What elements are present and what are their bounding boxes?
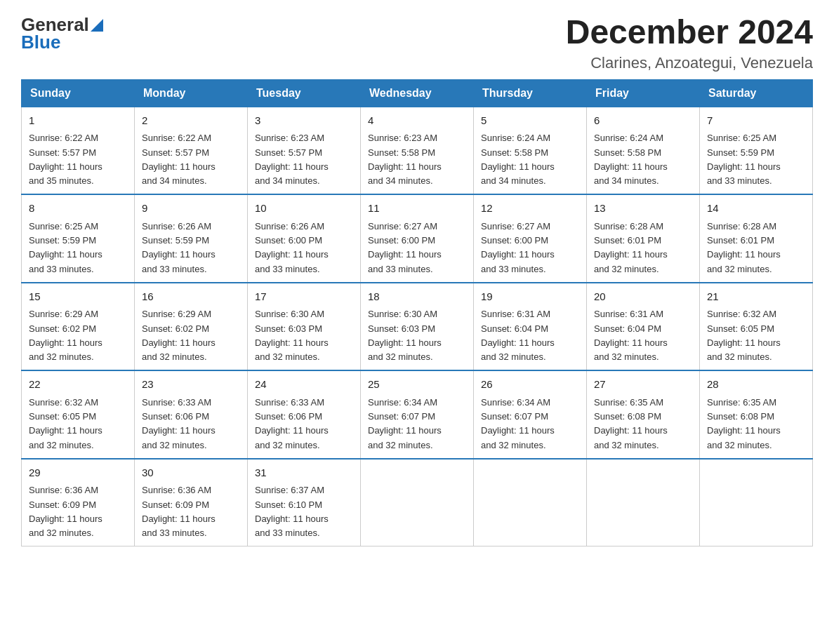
day-info: Sunrise: 6:24 AM Sunset: 5:58 PM Dayligh… xyxy=(481,133,555,186)
day-info: Sunrise: 6:22 AM Sunset: 5:57 PM Dayligh… xyxy=(29,133,102,186)
day-info: Sunrise: 6:29 AM Sunset: 6:02 PM Dayligh… xyxy=(29,309,102,362)
calendar-cell: 12 Sunrise: 6:27 AM Sunset: 6:00 PM Dayl… xyxy=(474,194,587,283)
day-info: Sunrise: 6:30 AM Sunset: 6:03 PM Dayligh… xyxy=(255,309,329,362)
day-info: Sunrise: 6:31 AM Sunset: 6:04 PM Dayligh… xyxy=(594,309,668,362)
calendar-cell: 2 Sunrise: 6:22 AM Sunset: 5:57 PM Dayli… xyxy=(135,107,248,194)
day-info: Sunrise: 6:30 AM Sunset: 6:03 PM Dayligh… xyxy=(368,309,442,362)
day-number: 23 xyxy=(142,377,240,393)
day-number: 18 xyxy=(368,289,466,305)
day-number: 8 xyxy=(29,201,127,217)
calendar-cell: 6 Sunrise: 6:24 AM Sunset: 5:58 PM Dayli… xyxy=(587,107,700,194)
calendar-cell: 4 Sunrise: 6:23 AM Sunset: 5:58 PM Dayli… xyxy=(361,107,474,194)
calendar-week-3: 15 Sunrise: 6:29 AM Sunset: 6:02 PM Dayl… xyxy=(22,283,813,371)
day-info: Sunrise: 6:24 AM Sunset: 5:58 PM Dayligh… xyxy=(594,133,668,186)
day-number: 17 xyxy=(255,289,353,305)
month-title: December 2024 xyxy=(566,14,813,51)
day-info: Sunrise: 6:35 AM Sunset: 6:08 PM Dayligh… xyxy=(707,397,781,450)
col-tuesday: Tuesday xyxy=(248,79,361,107)
location-label: Clarines, Anzoategui, Venezuela xyxy=(566,54,813,72)
day-number: 22 xyxy=(29,377,127,393)
logo-triangle-icon xyxy=(91,19,103,32)
day-number: 21 xyxy=(707,289,805,305)
day-info: Sunrise: 6:28 AM Sunset: 6:01 PM Dayligh… xyxy=(594,221,668,274)
calendar-header: Sunday Monday Tuesday Wednesday Thursday… xyxy=(22,79,813,107)
day-number: 11 xyxy=(368,201,466,217)
day-number: 13 xyxy=(594,201,692,217)
day-info: Sunrise: 6:23 AM Sunset: 5:57 PM Dayligh… xyxy=(255,133,329,186)
calendar-week-5: 29 Sunrise: 6:36 AM Sunset: 6:09 PM Dayl… xyxy=(22,459,813,546)
calendar-cell: 17 Sunrise: 6:30 AM Sunset: 6:03 PM Dayl… xyxy=(248,283,361,371)
header-row: Sunday Monday Tuesday Wednesday Thursday… xyxy=(22,79,813,107)
day-info: Sunrise: 6:26 AM Sunset: 5:59 PM Dayligh… xyxy=(142,221,216,274)
calendar-cell: 7 Sunrise: 6:25 AM Sunset: 5:59 PM Dayli… xyxy=(700,107,813,194)
col-friday: Friday xyxy=(587,79,700,107)
day-info: Sunrise: 6:34 AM Sunset: 6:07 PM Dayligh… xyxy=(368,397,442,450)
day-info: Sunrise: 6:32 AM Sunset: 6:05 PM Dayligh… xyxy=(29,397,102,450)
calendar-table: Sunday Monday Tuesday Wednesday Thursday… xyxy=(21,79,813,547)
calendar-cell xyxy=(361,459,474,546)
calendar-body: 1 Sunrise: 6:22 AM Sunset: 5:57 PM Dayli… xyxy=(22,107,813,546)
svg-marker-0 xyxy=(91,19,103,32)
calendar-cell: 24 Sunrise: 6:33 AM Sunset: 6:06 PM Dayl… xyxy=(248,370,361,459)
col-sunday: Sunday xyxy=(22,79,135,107)
calendar-cell: 23 Sunrise: 6:33 AM Sunset: 6:06 PM Dayl… xyxy=(135,370,248,459)
calendar-cell: 19 Sunrise: 6:31 AM Sunset: 6:04 PM Dayl… xyxy=(474,283,587,371)
calendar-cell: 25 Sunrise: 6:34 AM Sunset: 6:07 PM Dayl… xyxy=(361,370,474,459)
calendar-cell: 29 Sunrise: 6:36 AM Sunset: 6:09 PM Dayl… xyxy=(22,459,135,546)
day-number: 30 xyxy=(142,465,240,481)
calendar-cell: 9 Sunrise: 6:26 AM Sunset: 5:59 PM Dayli… xyxy=(135,194,248,283)
day-number: 1 xyxy=(29,113,127,129)
col-monday: Monday xyxy=(135,79,248,107)
day-number: 6 xyxy=(594,113,692,129)
day-number: 12 xyxy=(481,201,579,217)
calendar-cell: 13 Sunrise: 6:28 AM Sunset: 6:01 PM Dayl… xyxy=(587,194,700,283)
day-info: Sunrise: 6:31 AM Sunset: 6:04 PM Dayligh… xyxy=(481,309,555,362)
day-number: 16 xyxy=(142,289,240,305)
calendar-cell: 21 Sunrise: 6:32 AM Sunset: 6:05 PM Dayl… xyxy=(700,283,813,371)
calendar-cell: 28 Sunrise: 6:35 AM Sunset: 6:08 PM Dayl… xyxy=(700,370,813,459)
title-section: December 2024 Clarines, Anzoategui, Vene… xyxy=(566,14,813,72)
day-number: 4 xyxy=(368,113,466,129)
calendar-cell: 26 Sunrise: 6:34 AM Sunset: 6:07 PM Dayl… xyxy=(474,370,587,459)
calendar-week-2: 8 Sunrise: 6:25 AM Sunset: 5:59 PM Dayli… xyxy=(22,194,813,283)
logo-blue-text: Blue xyxy=(21,32,60,53)
calendar-cell: 20 Sunrise: 6:31 AM Sunset: 6:04 PM Dayl… xyxy=(587,283,700,371)
calendar-cell xyxy=(587,459,700,546)
calendar-week-1: 1 Sunrise: 6:22 AM Sunset: 5:57 PM Dayli… xyxy=(22,107,813,194)
day-number: 9 xyxy=(142,201,240,217)
calendar-cell: 5 Sunrise: 6:24 AM Sunset: 5:58 PM Dayli… xyxy=(474,107,587,194)
day-info: Sunrise: 6:25 AM Sunset: 5:59 PM Dayligh… xyxy=(707,133,781,186)
day-info: Sunrise: 6:22 AM Sunset: 5:57 PM Dayligh… xyxy=(142,133,216,186)
day-info: Sunrise: 6:37 AM Sunset: 6:10 PM Dayligh… xyxy=(255,485,329,538)
calendar-cell: 3 Sunrise: 6:23 AM Sunset: 5:57 PM Dayli… xyxy=(248,107,361,194)
calendar-cell xyxy=(474,459,587,546)
day-info: Sunrise: 6:35 AM Sunset: 6:08 PM Dayligh… xyxy=(594,397,668,450)
day-info: Sunrise: 6:25 AM Sunset: 5:59 PM Dayligh… xyxy=(29,221,102,274)
calendar-cell: 8 Sunrise: 6:25 AM Sunset: 5:59 PM Dayli… xyxy=(22,194,135,283)
day-info: Sunrise: 6:33 AM Sunset: 6:06 PM Dayligh… xyxy=(255,397,329,450)
day-info: Sunrise: 6:36 AM Sunset: 6:09 PM Dayligh… xyxy=(142,485,216,538)
page-header: General Blue December 2024 Clarines, Anz… xyxy=(21,14,813,72)
calendar-cell xyxy=(700,459,813,546)
day-number: 25 xyxy=(368,377,466,393)
calendar-cell: 30 Sunrise: 6:36 AM Sunset: 6:09 PM Dayl… xyxy=(135,459,248,546)
calendar-cell: 27 Sunrise: 6:35 AM Sunset: 6:08 PM Dayl… xyxy=(587,370,700,459)
calendar-cell: 31 Sunrise: 6:37 AM Sunset: 6:10 PM Dayl… xyxy=(248,459,361,546)
day-info: Sunrise: 6:29 AM Sunset: 6:02 PM Dayligh… xyxy=(142,309,216,362)
calendar-cell: 14 Sunrise: 6:28 AM Sunset: 6:01 PM Dayl… xyxy=(700,194,813,283)
day-number: 20 xyxy=(594,289,692,305)
day-number: 31 xyxy=(255,465,353,481)
calendar-cell: 22 Sunrise: 6:32 AM Sunset: 6:05 PM Dayl… xyxy=(22,370,135,459)
day-number: 10 xyxy=(255,201,353,217)
day-number: 19 xyxy=(481,289,579,305)
calendar-cell: 11 Sunrise: 6:27 AM Sunset: 6:00 PM Dayl… xyxy=(361,194,474,283)
day-number: 5 xyxy=(481,113,579,129)
calendar-cell: 15 Sunrise: 6:29 AM Sunset: 6:02 PM Dayl… xyxy=(22,283,135,371)
day-info: Sunrise: 6:26 AM Sunset: 6:00 PM Dayligh… xyxy=(255,221,329,274)
col-wednesday: Wednesday xyxy=(361,79,474,107)
calendar-cell: 16 Sunrise: 6:29 AM Sunset: 6:02 PM Dayl… xyxy=(135,283,248,371)
day-info: Sunrise: 6:36 AM Sunset: 6:09 PM Dayligh… xyxy=(29,485,102,538)
day-info: Sunrise: 6:28 AM Sunset: 6:01 PM Dayligh… xyxy=(707,221,781,274)
logo: General Blue xyxy=(21,14,103,53)
day-number: 15 xyxy=(29,289,127,305)
